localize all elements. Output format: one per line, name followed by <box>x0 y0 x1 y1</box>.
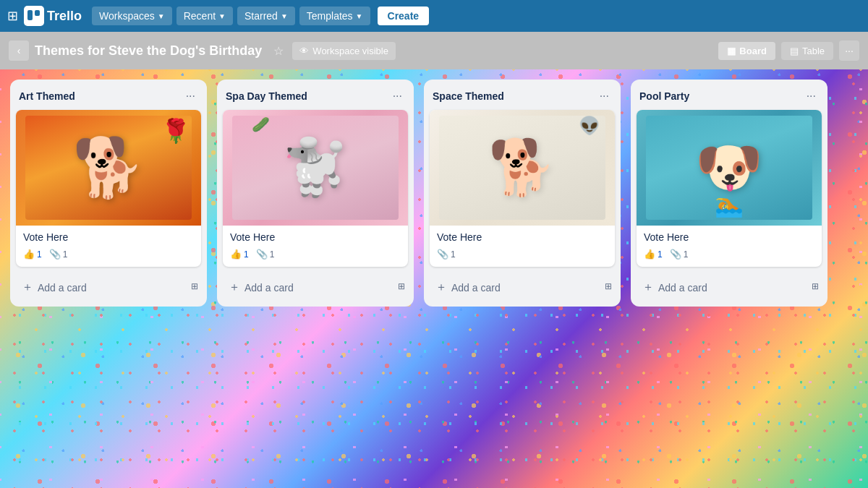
card-meta: 👍 1 📎 1 <box>230 247 401 264</box>
board-view-button[interactable]: ▦ Board <box>718 42 775 60</box>
create-from-template-button[interactable]: ⊞ <box>809 278 822 294</box>
logo-text: Trello <box>47 9 82 24</box>
attachment-badge: 📎 1 <box>437 249 456 260</box>
list-menu-button[interactable]: ··· <box>390 88 405 104</box>
add-card-row: ＋ Add a card ⊞ <box>637 273 822 299</box>
table-icon: ▤ <box>790 46 799 56</box>
list-menu-button[interactable]: ··· <box>597 88 612 104</box>
card-meta: 📎 1 <box>437 247 608 264</box>
list-menu-button[interactable]: ··· <box>183 88 198 104</box>
attachment-badge: 📎 1 <box>256 249 275 260</box>
list-pool-party: Pool Party ··· 🐶 🏊 Vote Here <box>631 80 827 307</box>
board-background: Art Themed ··· 🐕 🌹 Vote Here <box>0 69 868 488</box>
board-icon: ▦ <box>727 46 736 56</box>
plus-icon: ＋ <box>22 280 33 295</box>
list-title: Space Themed <box>433 90 504 102</box>
logo[interactable]: Trello <box>24 6 82 26</box>
card-title: Vote Here <box>23 231 194 243</box>
list-title: Pool Party <box>639 90 689 102</box>
add-card-row: ＋ Add a card ⊞ <box>430 273 615 299</box>
card-meta: 👍 1 📎 1 <box>644 247 814 264</box>
list-art-themed: Art Themed ··· 🐕 🌹 Vote Here <box>10 80 207 307</box>
list-space-themed: Space Themed ··· 🐕 👽 Vote Here <box>424 80 621 307</box>
create-button[interactable]: Create <box>378 7 430 25</box>
add-card-button[interactable]: ＋ Add a card <box>223 275 395 299</box>
customize-button[interactable]: ··· <box>839 40 859 61</box>
list-title: Spa Day Themed <box>226 90 307 102</box>
grid-icon[interactable]: ⊞ <box>7 8 18 24</box>
svg-rect-1 <box>35 10 40 16</box>
card-title: Vote Here <box>644 231 814 243</box>
plus-icon: ＋ <box>642 280 654 295</box>
add-card-button[interactable]: ＋ Add a card <box>637 275 809 299</box>
lists-container: Art Themed ··· 🐕 🌹 Vote Here <box>10 80 827 307</box>
table-view-button[interactable]: ▤ Table <box>781 42 833 60</box>
create-from-template-button[interactable]: ⊞ <box>188 278 201 294</box>
star-button[interactable]: ☆ <box>271 41 286 61</box>
create-from-template-button[interactable]: ⊞ <box>602 278 615 294</box>
card-pool-vote[interactable]: 🐶 🏊 Vote Here 👍 1 📎 1 <box>637 110 822 267</box>
add-card-row: ＋ Add a card ⊞ <box>223 273 408 299</box>
card-spa-vote[interactable]: 🐩 🥒 Vote Here 👍 1 📎 1 <box>223 110 408 267</box>
add-card-row: ＋ Add a card ⊞ <box>16 273 201 299</box>
board-title: Themes for Steve the Dog's Birthday <box>35 43 262 59</box>
svg-rect-0 <box>27 10 33 20</box>
visibility-button[interactable]: 👁 Workspace visible <box>292 42 396 60</box>
plus-icon: ＋ <box>435 280 447 295</box>
navbar: ⊞ Trello Workspaces ▼ Recent ▼ Starred ▼… <box>0 0 868 32</box>
like-badge: 👍 1 <box>230 249 249 260</box>
board-header: ‹ Themes for Steve the Dog's Birthday ☆ … <box>0 32 868 69</box>
add-card-button[interactable]: ＋ Add a card <box>430 275 602 299</box>
templates-button[interactable]: Templates ▼ <box>299 7 370 25</box>
attachment-badge: 📎 1 <box>670 249 689 260</box>
add-card-button[interactable]: ＋ Add a card <box>16 275 188 299</box>
card-art-vote[interactable]: 🐕 🌹 Vote Here 👍 1 📎 <box>16 110 201 267</box>
list-menu-button[interactable]: ··· <box>804 88 819 104</box>
like-badge: 👍 1 <box>644 249 663 260</box>
card-meta: 👍 1 📎 1 <box>23 247 194 264</box>
like-badge: 👍 1 <box>23 249 42 260</box>
attachment-badge: 📎 1 <box>49 249 68 260</box>
card-title: Vote Here <box>437 231 608 243</box>
eye-icon: 👁 <box>299 46 309 56</box>
card-space-vote[interactable]: 🐕 👽 Vote Here 📎 1 <box>430 110 615 267</box>
create-from-template-button[interactable]: ⊞ <box>395 278 408 294</box>
card-title: Vote Here <box>230 231 401 243</box>
workspaces-button[interactable]: Workspaces ▼ <box>92 7 172 25</box>
list-title: Art Themed <box>19 90 75 102</box>
back-button[interactable]: ‹ <box>9 40 29 61</box>
recent-button[interactable]: Recent ▼ <box>176 7 233 25</box>
plus-icon: ＋ <box>229 280 240 295</box>
list-spa-day: Spa Day Themed ··· 🐩 🥒 Vote Here <box>217 80 414 307</box>
starred-button[interactable]: Starred ▼ <box>237 7 295 25</box>
